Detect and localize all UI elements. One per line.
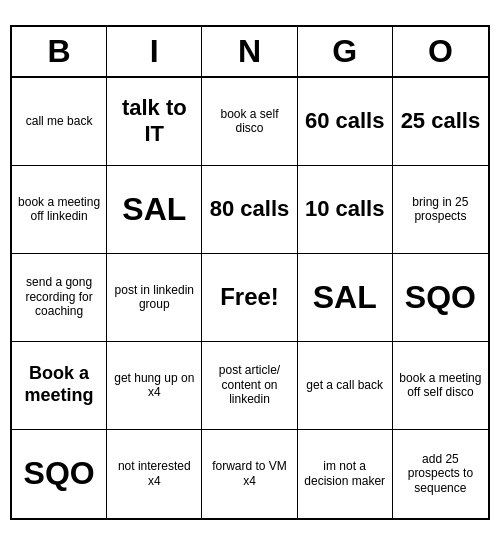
cell-24[interactable]: add 25 prospects to sequence	[393, 430, 488, 518]
cell-0[interactable]: call me back	[12, 78, 107, 166]
cell-1[interactable]: talk to IT	[107, 78, 202, 166]
header-letter-G: G	[298, 27, 393, 76]
cell-16[interactable]: get hung up on x4	[107, 342, 202, 430]
cell-13[interactable]: SAL	[298, 254, 393, 342]
cell-23[interactable]: im not a decision maker	[298, 430, 393, 518]
cell-19[interactable]: book a meeting off self disco	[393, 342, 488, 430]
cell-6[interactable]: SAL	[107, 166, 202, 254]
header-letter-I: I	[107, 27, 202, 76]
cell-15[interactable]: Book a meeting	[12, 342, 107, 430]
cell-10[interactable]: send a gong recording for coaching	[12, 254, 107, 342]
cell-5[interactable]: book a meeting off linkedin	[12, 166, 107, 254]
cell-3[interactable]: 60 calls	[298, 78, 393, 166]
cell-17[interactable]: post article/ content on linkedin	[202, 342, 297, 430]
cell-20[interactable]: SQO	[12, 430, 107, 518]
bingo-grid: call me backtalk to ITbook a self disco6…	[12, 78, 488, 518]
cell-21[interactable]: not interested x4	[107, 430, 202, 518]
cell-2[interactable]: book a self disco	[202, 78, 297, 166]
cell-8[interactable]: 10 calls	[298, 166, 393, 254]
header-letter-B: B	[12, 27, 107, 76]
cell-14[interactable]: SQO	[393, 254, 488, 342]
cell-7[interactable]: 80 calls	[202, 166, 297, 254]
header-letter-N: N	[202, 27, 297, 76]
bingo-header: BINGO	[12, 27, 488, 78]
bingo-card: BINGO call me backtalk to ITbook a self …	[10, 25, 490, 520]
cell-9[interactable]: bring in 25 prospects	[393, 166, 488, 254]
cell-22[interactable]: forward to VM x4	[202, 430, 297, 518]
cell-4[interactable]: 25 calls	[393, 78, 488, 166]
cell-11[interactable]: post in linkedin group	[107, 254, 202, 342]
cell-18[interactable]: get a call back	[298, 342, 393, 430]
cell-12[interactable]: Free!	[202, 254, 297, 342]
header-letter-O: O	[393, 27, 488, 76]
